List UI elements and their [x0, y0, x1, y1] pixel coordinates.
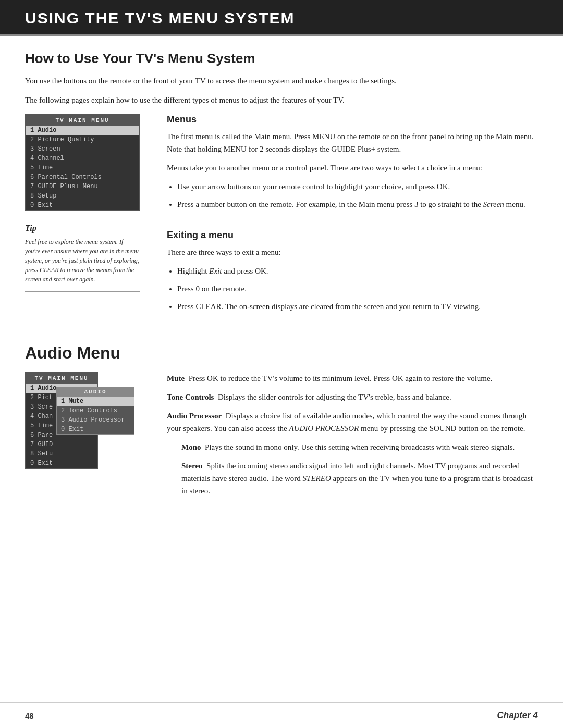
main-content: How to Use Your TV's Menu System You use… — [0, 51, 563, 503]
tip-heading: Tip — [25, 224, 140, 233]
menus-para-1: The first menu is called the Main menu. … — [167, 130, 538, 155]
tv-menu-title: TV MAIN MENU — [26, 115, 139, 126]
page-title: Using the TV's Menu System — [25, 9, 538, 27]
exiting-intro: There are three ways to exit a menu: — [167, 246, 538, 258]
audio-menu-item-7: 7 GUID — [26, 440, 97, 449]
audio-sub-item-3: 3 Audio Processor — [57, 415, 134, 425]
audio-section: Audio Menu TV MAIN MENU 1 Audio 2 Pict 3… — [25, 343, 538, 503]
tip-box: Tip Feel free to explore the menu system… — [25, 224, 140, 292]
stereo-para: Stereo Splits the incoming stereo audio … — [181, 460, 538, 497]
exiting-bullets: Highlight Exit and press OK. Press 0 on … — [177, 265, 538, 313]
exit-bullet-2: Press 0 on the remote. — [177, 282, 538, 295]
mono-text: Plays the sound in mono only. Use this s… — [205, 443, 515, 451]
audio-right-col: Mute Press OK to reduce the TV's volume … — [167, 372, 538, 503]
menu-item-0: 0 Exit — [26, 201, 139, 210]
section-divider — [167, 220, 538, 220]
tv-main-menu: TV MAIN MENU 1 Audio 2 Picture Quality 3… — [25, 114, 140, 211]
main-divider — [25, 334, 538, 334]
audio-tv-menu-overlay: TV MAIN MENU 1 Audio 2 Pict 3 Scre 4 Cha… — [25, 372, 140, 469]
left-column: TV MAIN MENU 1 Audio 2 Picture Quality 3… — [25, 114, 150, 292]
right-column: Menus The first menu is called the Main … — [167, 114, 538, 321]
menu-item-7: 7 GUIDE Plus+ Menu — [26, 182, 139, 191]
menu-item-2: 2 Picture Quality — [26, 135, 139, 144]
audio-menu-item-0: 0 Exit — [26, 459, 97, 468]
menus-bullet-1: Use your arrow buttons on your remote co… — [177, 180, 538, 193]
menu-item-1: 1 Audio — [26, 126, 139, 135]
audio-left-col: TV MAIN MENU 1 Audio 2 Pict 3 Scre 4 Cha… — [25, 372, 150, 469]
audio-tv-menu-title: TV MAIN MENU — [26, 373, 97, 384]
exit-bullet-1: Highlight Exit and press OK. — [177, 265, 538, 277]
menu-item-8: 8 Setup — [26, 191, 139, 201]
menus-bullets: Use your arrow buttons on your remote co… — [177, 180, 538, 211]
stereo-text: Splits the incoming stereo audio signal … — [181, 462, 533, 495]
tone-controls-term: Tone Controls — [167, 393, 214, 401]
audio-submenu: AUDIO 1 Mute 2 Tone Controls 3 Audio Pro… — [56, 387, 134, 435]
page-header: Using the TV's Menu System — [0, 0, 563, 34]
footer-chapter: Chapter 4 — [497, 710, 538, 721]
menus-para-2: Menus take you to another menu or a cont… — [167, 162, 538, 174]
menus-heading: Menus — [167, 114, 538, 125]
section1-heading: How to Use Your TV's Menu System — [25, 51, 538, 67]
tip-rule — [25, 291, 140, 292]
stereo-term: Stereo — [181, 462, 203, 470]
menu-item-4: 4 Channel — [26, 154, 139, 163]
audio-sub-item-1: 1 Mute — [57, 397, 134, 406]
tone-controls-para: Tone Controls Displays the slider contro… — [167, 391, 538, 403]
mute-para: Mute Press OK to reduce the TV's volume … — [167, 372, 538, 385]
audio-submenu-title: AUDIO — [57, 387, 134, 397]
audio-sub-item-0: 0 Exit — [57, 425, 134, 434]
tip-text: Feel free to explore the menu system. If… — [25, 237, 140, 284]
intro-para-2: The following pages explain how to use t… — [25, 94, 494, 106]
menu-item-3: 3 Screen — [26, 144, 139, 154]
footer-page-number: 48 — [25, 711, 34, 720]
menu-item-6: 6 Parental Controls — [26, 172, 139, 182]
mono-para: Mono Plays the sound in mono only. Use t… — [181, 441, 538, 453]
audio-sub-item-2: 2 Tone Controls — [57, 406, 134, 415]
header-rule — [0, 34, 563, 36]
audio-section-layout: TV MAIN MENU 1 Audio 2 Pict 3 Scre 4 Cha… — [25, 372, 538, 503]
audio-menu-heading: Audio Menu — [25, 343, 538, 363]
menu-item-5: 5 Time — [26, 163, 139, 172]
intro-para-1: You use the buttons on the remote or the… — [25, 75, 494, 87]
menus-section-layout: TV MAIN MENU 1 Audio 2 Picture Quality 3… — [25, 114, 538, 321]
mute-text: Press OK to reduce the TV's volume to it… — [189, 374, 493, 382]
audio-processor-term: Audio Processor — [167, 412, 222, 420]
exit-bullet-3: Press CLEAR. The on-screen displays are … — [177, 300, 538, 313]
audio-menu-item-8: 8 Setu — [26, 449, 97, 459]
tone-controls-text: Displays the slider controls for adjusti… — [218, 393, 451, 401]
exiting-heading: Exiting a menu — [167, 230, 538, 241]
mono-term: Mono — [181, 443, 201, 451]
audio-processor-para: Audio Processor Displays a choice list o… — [167, 410, 538, 435]
mute-term: Mute — [167, 374, 185, 382]
page-footer: 48 Chapter 4 — [0, 702, 563, 728]
menus-bullet-2: Press a number button on the remote. For… — [177, 198, 538, 211]
